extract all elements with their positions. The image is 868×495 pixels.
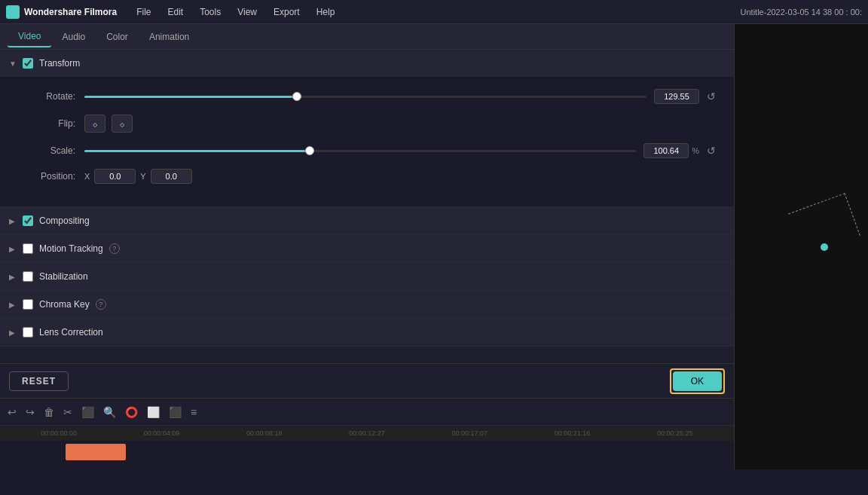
motion-tracking-section: ▶ Motion Tracking ? [0,235,734,263]
tab-video[interactable]: Video [8,26,51,47]
ok-button[interactable]: OK [673,371,722,391]
rotate-fill [84,96,292,98]
menu-view[interactable]: View [230,4,264,20]
pos-x-label: X [84,172,90,181]
ruler-marks: 00:00:00:00 00:00:04:09 00:00:08:18 00:0… [8,429,726,437]
ruler-mark-4: 00:00:17:07 [418,429,521,437]
scale-unit: % [692,146,699,155]
menu-bar: File Edit Tools View Export Help [129,4,342,20]
ruler-mark-2: 00:00:08:18 [213,429,316,437]
preview-line [788,194,860,257]
stabilization-checkbox[interactable] [23,271,33,282]
motion-tracking-arrow: ▶ [9,245,17,252]
rotate-label: Rotate: [15,91,75,102]
redo-icon[interactable]: ↪ [26,406,35,418]
right-panel [735,24,868,469]
lens-correction-header[interactable]: ▶ Lens Correction [0,319,734,346]
tab-bar: Video Audio Color Animation [0,24,734,50]
compositing-title: Compositing [39,215,90,226]
compositing-checkbox[interactable] [23,215,33,226]
position-label: Position: [15,171,75,182]
chroma-key-section: ▶ Chroma Key ? [0,291,734,319]
scale-value[interactable] [643,143,689,158]
transform-title: Transform [39,58,80,69]
box-icon[interactable]: ⬜ [147,406,160,418]
scale-label: Scale: [15,145,75,156]
cut-icon[interactable]: ✂ [63,406,72,418]
scale-track [84,150,636,152]
ruler-mark-3: 00:00:12:27 [316,429,418,437]
menu-file[interactable]: File [129,4,158,20]
menu-edit[interactable]: Edit [160,4,191,20]
flip-icons: ⬦ ⬦ [84,115,133,133]
pos-x-input[interactable] [94,169,136,184]
scale-row: Scale: % ↺ [15,143,719,158]
transform-content: Rotate: ↺ Flip: [0,77,734,206]
crop-icon[interactable]: ⬛ [81,406,94,418]
lens-correction-title: Lens Correction [39,327,103,338]
app-name: Wondershare Filmora [24,7,117,17]
menu-tools[interactable]: Tools [192,4,228,20]
ruler-mark-0: 00:00:00:00 [8,429,110,437]
bottom-bar: RESET OK [0,363,734,398]
menu-export[interactable]: Export [266,4,307,20]
pos-y-input[interactable] [151,169,192,184]
pos-y-label: Y [140,172,145,181]
position-inputs: X Y [84,169,192,184]
stabilization-arrow: ▶ [9,273,17,280]
stabilization-header[interactable]: ▶ Stabilization [0,263,734,290]
rotate-slider-container[interactable] [84,89,646,104]
ok-highlight-box: OK [670,368,725,394]
scale-reset-button[interactable]: ↺ [704,143,719,158]
motion-tracking-header[interactable]: ▶ Motion Tracking ? [0,235,734,262]
scale-thumb[interactable] [305,146,314,155]
chroma-key-arrow: ▶ [9,301,17,308]
rotate-value[interactable] [654,89,699,104]
transform-arrow: ▼ [9,60,17,67]
motion-tracking-info-icon[interactable]: ? [109,243,120,254]
tab-animation[interactable]: Animation [139,27,200,47]
top-bar: Wondershare Filmora File Edit Tools View… [0,0,868,24]
chroma-key-info-icon[interactable]: ? [96,299,106,310]
rotate-thumb[interactable] [292,92,301,101]
scale-slider-container[interactable] [84,143,636,158]
timeline-toolbar: ↩ ↪ 🗑 ✂ ⬛ 🔍 ⭕ ⬜ ⬛ ≡ [0,399,734,426]
compositing-header[interactable]: ▶ Compositing [0,207,734,234]
circle-icon[interactable]: ⭕ [125,406,138,418]
transform-checkbox[interactable] [23,58,33,69]
expand-icon[interactable]: ⬛ [169,406,182,418]
app-logo-icon [6,5,20,19]
undo-icon[interactable]: ↩ [8,406,17,418]
timeline-track [0,441,734,463]
compositing-arrow: ▶ [9,217,17,225]
menu-help[interactable]: Help [309,4,343,20]
transform-header[interactable]: ▼ Transform [0,50,734,77]
chroma-key-header[interactable]: ▶ Chroma Key ? [0,291,734,318]
ruler-mark-1: 00:00:04:09 [110,429,212,437]
timeline-clip[interactable] [66,444,126,460]
rotate-track [84,96,646,98]
timeline-area: ↩ ↪ 🗑 ✂ ⬛ 🔍 ⭕ ⬜ ⬛ ≡ 00:00:00:00 00:00:04… [0,398,734,469]
tab-color[interactable]: Color [96,27,139,47]
flip-horizontal-button[interactable]: ⬦ [84,115,105,133]
motion-tracking-checkbox[interactable] [23,243,33,254]
lens-correction-checkbox[interactable] [23,327,33,338]
rotate-reset-button[interactable]: ↺ [704,89,719,104]
menu-icon[interactable]: ≡ [191,406,197,418]
flip-vertical-button[interactable]: ⬦ [112,115,133,133]
app-logo: Wondershare Filmora [6,5,117,19]
rotate-row: Rotate: ↺ [15,89,719,104]
chroma-key-checkbox[interactable] [23,299,33,310]
tab-audio[interactable]: Audio [51,27,96,47]
lens-correction-section: ▶ Lens Correction [0,319,734,347]
zoom-icon[interactable]: 🔍 [103,406,116,418]
chroma-key-title: Chroma Key [39,299,90,310]
properties-area: ▼ Transform Rotate: [0,50,734,363]
compositing-section: ▶ Compositing [0,207,734,235]
stabilization-title: Stabilization [39,271,88,282]
ruler-mark-6: 00:00:25:25 [624,429,726,437]
reset-button[interactable]: RESET [9,371,69,391]
transform-section: ▼ Transform Rotate: [0,50,734,207]
delete-icon[interactable]: 🗑 [44,406,54,418]
main-layout: Video Audio Color Animation ▼ Transform … [0,24,868,469]
